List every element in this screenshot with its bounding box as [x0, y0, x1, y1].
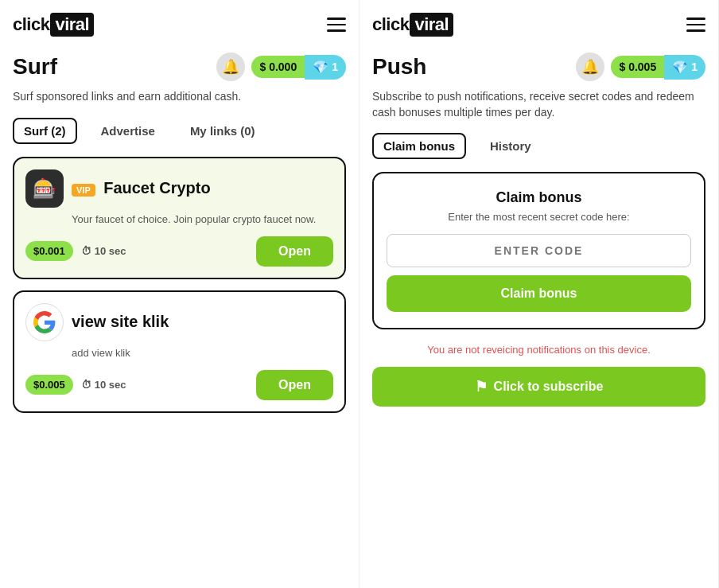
surf-title-row: Surf 🔔 $ 0.000 💎 1 [13, 53, 346, 81]
claim-bonus-button[interactable]: Claim bonus [387, 275, 691, 312]
push-diamond-icon: 💎 [672, 60, 688, 75]
faucet-crypto-title-area: VIP Faucet Crypto [72, 179, 211, 197]
surf-bell-icon[interactable]: 🔔 [216, 53, 245, 81]
surf-balance-combo: $ 0.000 💎 1 [251, 55, 346, 80]
claim-box-title: Claim bonus [387, 189, 691, 206]
faucet-crypto-header: 🎰 VIP Faucet Crypto [25, 169, 333, 208]
view-site-klik-meta: $0.005 ⏱ 10 sec [25, 375, 126, 395]
push-title-right: 🔔 $ 0.005 💎 1 [576, 53, 705, 81]
view-site-klik-desc: add view klik [72, 346, 333, 360]
push-menu-line-3 [686, 29, 705, 32]
flag-icon: ⚑ [475, 378, 488, 395]
logo-click: click [13, 14, 49, 35]
menu-line-2 [327, 24, 346, 26]
view-site-klik-open-button[interactable]: Open [256, 370, 333, 400]
surf-tab-mylinks[interactable]: My links (0) [179, 118, 266, 144]
claim-bonus-box: Claim bonus Enter the most recent secret… [372, 172, 705, 329]
view-site-klik-time: ⏱ 10 sec [81, 379, 126, 391]
surf-logo[interactable]: clickviral [13, 13, 94, 37]
push-subtitle: Subscribe to push notifications, receive… [372, 89, 705, 120]
surf-page-title: Surf [13, 54, 57, 80]
logo-viral: viral [50, 13, 94, 37]
surf-header: clickviral [13, 13, 346, 37]
faucet-crypto-icon: 🎰 [25, 169, 64, 208]
surf-subtitle: Surf sponsored links and earn additional… [13, 89, 346, 105]
claim-box-subtitle: Enter the most recent secret code here: [387, 211, 691, 223]
subscribe-button-label: Click to subscribe [494, 380, 604, 394]
faucet-crypto-footer: $0.001 ⏱ 10 sec Open [25, 236, 333, 267]
faucet-crypto-price: $0.001 [25, 241, 73, 261]
view-site-klik-title: view site klik [72, 313, 169, 330]
faucet-crypto-card: 🎰 VIP Faucet Crypto Your faucet of choic… [13, 157, 346, 279]
push-page-title: Push [372, 54, 426, 80]
view-site-klik-card: view site klik add view klik $0.005 ⏱ 10… [13, 290, 346, 413]
surf-diamond-icon: 💎 [313, 60, 328, 75]
code-input[interactable] [387, 234, 691, 267]
vip-badge: VIP [72, 184, 95, 197]
surf-tab-surf[interactable]: Surf (2) [13, 118, 77, 144]
faucet-crypto-desc: Your faucet of choice. Join popular cryp… [72, 212, 333, 227]
surf-diamond-badge[interactable]: 💎 1 [305, 55, 346, 80]
view-site-klik-title-area: view site klik [72, 313, 169, 331]
timer-icon: ⏱ [81, 245, 91, 257]
bell-glyph: 🔔 [222, 58, 239, 76]
surf-menu-button[interactable] [327, 18, 346, 32]
faucet-crypto-icon-glyph: 🎰 [33, 177, 56, 200]
faucet-crypto-time-value: 10 sec [95, 245, 126, 257]
faucet-crypto-meta: $0.001 ⏱ 10 sec [25, 241, 126, 261]
push-tab-history[interactable]: History [479, 133, 542, 159]
faucet-crypto-time: ⏱ 10 sec [81, 245, 126, 257]
surf-diamond-count: 1 [332, 60, 338, 73]
push-logo-click: click [372, 14, 409, 35]
surf-title-right: 🔔 $ 0.000 💎 1 [216, 53, 346, 81]
google-icon [25, 303, 64, 341]
surf-tab-advertise[interactable]: Advertise [90, 118, 166, 144]
push-menu-line-1 [686, 18, 705, 20]
push-logo[interactable]: clickviral [372, 13, 453, 37]
menu-line-3 [327, 29, 346, 32]
push-menu-button[interactable] [686, 18, 705, 32]
push-tabs: Claim bonus History [372, 133, 705, 159]
timer-icon-2: ⏱ [81, 379, 91, 391]
push-diamond-count: 1 [691, 60, 698, 73]
push-bell-icon[interactable]: 🔔 [576, 53, 604, 81]
faucet-crypto-title: Faucet Crypto [103, 179, 210, 197]
push-menu-line-2 [686, 24, 705, 26]
google-svg [33, 311, 56, 333]
push-bell-glyph: 🔔 [581, 58, 599, 76]
push-title-row: Push 🔔 $ 0.005 💎 1 [372, 53, 705, 81]
notification-warning: You are not reveicing notifications on t… [372, 344, 705, 356]
subscribe-button[interactable]: ⚑ Click to subscribe [372, 367, 705, 407]
push-tab-claim[interactable]: Claim bonus [372, 133, 466, 159]
surf-tabs: Surf (2) Advertise My links (0) [13, 118, 346, 144]
view-site-klik-time-value: 10 sec [95, 379, 126, 391]
push-panel: clickviral Push 🔔 $ 0.005 💎 1 Subscribe … [360, 0, 719, 588]
menu-line-1 [327, 18, 346, 20]
faucet-crypto-open-button[interactable]: Open [256, 236, 333, 267]
surf-balance-badge[interactable]: $ 0.000 [251, 56, 305, 78]
view-site-klik-footer: $0.005 ⏱ 10 sec Open [25, 370, 333, 400]
surf-panel: clickviral Surf 🔔 $ 0.000 💎 1 Surf spons… [0, 0, 360, 588]
view-site-klik-price: $0.005 [25, 375, 73, 395]
push-balance-badge[interactable]: $ 0.005 [611, 56, 664, 78]
push-logo-viral: viral [410, 13, 453, 37]
push-balance-combo: $ 0.005 💎 1 [611, 55, 705, 80]
view-site-klik-header: view site klik [25, 303, 333, 341]
push-diamond-badge[interactable]: 💎 1 [664, 55, 705, 80]
push-header: clickviral [372, 13, 705, 37]
